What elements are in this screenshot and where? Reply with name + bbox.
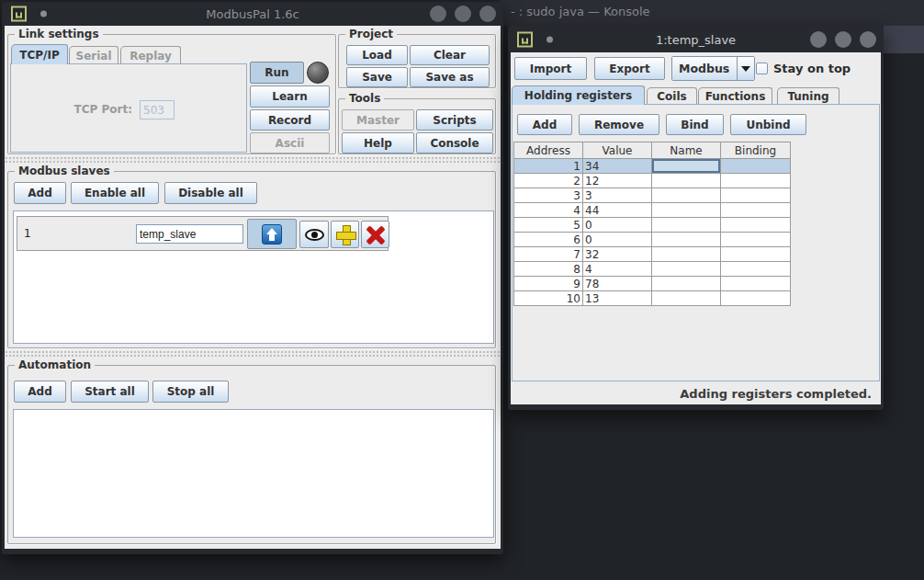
load-button[interactable]: Load — [346, 45, 408, 65]
stop-all-button[interactable]: Stop all — [152, 381, 229, 403]
tab-tuning[interactable]: Tuning — [777, 87, 839, 105]
slave-enable-toggle[interactable] — [247, 219, 297, 249]
cell-name[interactable] — [652, 188, 721, 203]
clear-button[interactable]: Clear — [410, 45, 490, 65]
cell-address[interactable]: 2 — [514, 174, 583, 188]
cell-value[interactable]: 32 — [583, 247, 652, 262]
cell-name[interactable] — [652, 233, 721, 247]
console-button[interactable]: Console — [416, 132, 493, 154]
enable-all-button[interactable]: Enable all — [71, 182, 159, 204]
automation-add-button[interactable]: Add — [14, 381, 66, 403]
column-header-value[interactable]: Value — [583, 142, 652, 159]
konsole-titlebar[interactable]: - : sudo java — Konsole — [500, 0, 924, 26]
cell-address[interactable]: 8 — [514, 262, 583, 277]
scripts-button[interactable]: Scripts — [416, 109, 493, 131]
slave-name-input[interactable] — [136, 224, 243, 244]
save-as-button[interactable]: Save as — [410, 67, 490, 87]
cell-address[interactable]: 10 — [514, 291, 583, 306]
cell-name[interactable] — [652, 159, 721, 174]
cell-value[interactable]: 4 — [583, 262, 652, 277]
learn-button[interactable]: Learn — [250, 85, 330, 108]
table-row[interactable]: 84 — [514, 262, 791, 277]
stay-on-top-checkbox[interactable] — [756, 63, 768, 74]
cell-value[interactable]: 13 — [583, 291, 652, 306]
disable-all-button[interactable]: Disable all — [164, 182, 257, 204]
cell-name[interactable] — [652, 218, 721, 233]
cell-binding[interactable] — [721, 203, 791, 218]
tab-coils[interactable]: Coils — [647, 87, 697, 105]
maximize-button[interactable] — [835, 31, 851, 48]
cell-name[interactable] — [652, 291, 721, 306]
cell-address[interactable]: 7 — [514, 247, 583, 262]
slave-add-button[interactable]: Add — [14, 182, 66, 204]
minimize-button[interactable] — [430, 6, 446, 22]
column-header-name[interactable]: Name — [652, 142, 721, 159]
table-row[interactable]: 1013 — [514, 291, 791, 306]
protocol-combobox[interactable]: Modbus — [671, 56, 755, 81]
tab-tcpip[interactable]: TCP/IP — [11, 44, 68, 64]
table-row[interactable]: 134 — [514, 159, 791, 174]
cell-address[interactable]: 5 — [514, 218, 583, 233]
tab-functions[interactable]: Functions — [698, 87, 772, 105]
table-row[interactable]: 978 — [514, 277, 791, 291]
tab-replay[interactable]: Replay — [120, 46, 181, 64]
maximize-button[interactable] — [455, 6, 471, 22]
cell-address[interactable]: 1 — [514, 159, 583, 174]
cell-value[interactable]: 78 — [583, 277, 652, 291]
bind-button[interactable]: Bind — [666, 114, 724, 135]
minimize-button[interactable] — [810, 31, 827, 48]
run-button[interactable]: Run — [250, 62, 304, 84]
cell-name[interactable] — [652, 174, 721, 188]
table-row[interactable]: 732 — [514, 247, 791, 262]
save-button[interactable]: Save — [346, 67, 408, 87]
splitter-handle[interactable] — [5, 156, 501, 164]
cell-value[interactable]: 12 — [583, 174, 652, 188]
cell-name[interactable] — [652, 277, 721, 291]
cell-name[interactable] — [652, 262, 721, 277]
cell-value[interactable]: 34 — [583, 159, 652, 174]
record-button[interactable]: Record — [250, 109, 330, 131]
cell-binding[interactable] — [721, 174, 791, 188]
tcp-port-field[interactable]: 503 — [140, 100, 175, 119]
close-button[interactable] — [479, 6, 496, 22]
cell-value[interactable]: 44 — [583, 203, 652, 218]
cell-binding[interactable] — [721, 277, 791, 291]
slave-row[interactable]: 1 — [17, 216, 389, 251]
cell-binding[interactable] — [721, 218, 791, 233]
cell-binding[interactable] — [721, 262, 791, 277]
table-row[interactable]: 50 — [514, 218, 791, 233]
tab-serial[interactable]: Serial — [69, 46, 118, 64]
register-add-button[interactable]: Add — [517, 114, 572, 135]
column-header-address[interactable]: Address — [514, 142, 583, 159]
start-all-button[interactable]: Start all — [71, 381, 149, 403]
export-button[interactable]: Export — [594, 57, 665, 80]
cell-name[interactable] — [652, 203, 721, 218]
cell-address[interactable]: 3 — [514, 188, 583, 203]
cell-binding[interactable] — [721, 247, 791, 262]
slave-duplicate-button[interactable] — [331, 221, 359, 248]
slave-view-button[interactable] — [299, 221, 329, 248]
cell-binding[interactable] — [721, 188, 791, 203]
cell-binding[interactable] — [721, 291, 791, 306]
cell-address[interactable]: 9 — [514, 277, 583, 291]
table-row[interactable]: 33 — [514, 188, 791, 203]
table-row[interactable]: 444 — [514, 203, 791, 218]
cell-name[interactable] — [652, 247, 721, 262]
modbuspal-titlebar[interactable]: ModbusPal 1.6c — [2, 2, 503, 26]
splitter-handle-2[interactable] — [5, 350, 501, 358]
column-header-binding[interactable]: Binding — [721, 142, 791, 159]
cell-value[interactable]: 0 — [583, 218, 652, 233]
slave-titlebar[interactable]: 1:temp_slave — [508, 26, 884, 52]
help-button[interactable]: Help — [342, 132, 414, 154]
unbind-button[interactable]: Unbind — [730, 114, 806, 135]
ascii-button[interactable]: Ascii — [250, 132, 330, 154]
register-remove-button[interactable]: Remove — [579, 114, 659, 135]
cell-address[interactable]: 6 — [514, 233, 583, 247]
tab-holding-registers[interactable]: Holding registers — [512, 85, 645, 105]
cell-value[interactable]: 0 — [583, 233, 652, 247]
chevron-down-icon[interactable] — [737, 57, 754, 80]
close-button[interactable] — [860, 31, 876, 48]
cell-binding[interactable] — [721, 233, 791, 247]
table-row[interactable]: 60 — [514, 233, 791, 247]
cell-value[interactable]: 3 — [583, 188, 652, 203]
